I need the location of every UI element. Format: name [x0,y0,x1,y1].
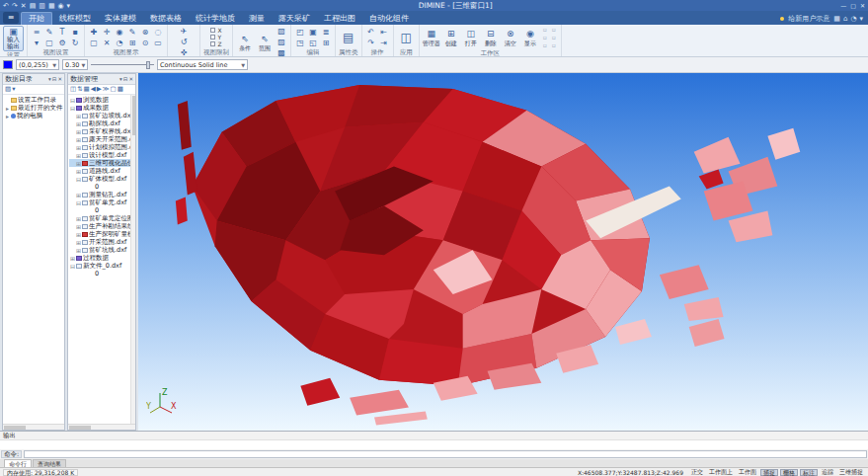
ribbon-icon-button[interactable]: ▢ [88,38,100,48]
status-toggle-工作面上[interactable]: 工作面上 [707,469,735,476]
menu-right-icon[interactable]: ◔ [850,15,856,23]
tree-expand-icon[interactable]: ⊞ [75,113,82,119]
tree-expand-icon[interactable]: ⊞ [75,239,82,246]
data-manager-hscrollbar[interactable] [68,424,135,430]
slider-handle[interactable] [146,61,150,69]
tree-expand-icon[interactable]: ⊞ [75,160,82,167]
ribbon-icon-button[interactable]: ⚙ [56,38,68,48]
line-width-select[interactable]: 0.30 ▼ [62,59,88,70]
ribbon-icon-button[interactable]: ≡ [31,27,42,38]
tree-expand-icon[interactable]: ⊟ [75,199,82,206]
menu-tab-线框模型[interactable]: 线框模型 [52,12,98,25]
ribbon-icon-button[interactable]: ≣ [320,27,332,38]
ribbon-icon-button[interactable]: ▨ [276,37,287,47]
ribbon-icon-button[interactable]: ◰ [294,27,306,38]
tree-expand-icon[interactable]: ⊞ [69,255,76,262]
ribbon-icon-button[interactable]: ↺ [178,37,190,47]
menu-tab-自动化组件[interactable]: 自动化组件 [362,12,416,25]
tree-expand-icon[interactable]: ⊞ [75,215,82,222]
color-select[interactable]: (0,0,255) ▼ [16,59,59,70]
ribbon-icon-button[interactable]: ↷ [365,38,377,48]
panel-header-icon[interactable]: ⊟ [123,76,128,82]
ribbon-icon-button[interactable]: ▪ [69,27,81,38]
menu-tab-统计学地质[interactable]: 统计学地质 [189,12,242,25]
panel-toolbar-icon[interactable]: ▦ [84,85,90,94]
tree-expand-icon[interactable]: ⊟ [75,176,82,183]
ribbon-icon-button[interactable]: ▭ [152,38,164,48]
ribbon-icon-button[interactable]: ✈ [178,26,190,37]
quick-access-icon[interactable]: ↷ [12,1,18,11]
panel-toolbar-icon[interactable]: ⇅ [77,85,82,94]
select-范围-button[interactable]: ⇖范围 [256,34,274,51]
panel-toolbar-icon[interactable]: ▾ [12,85,15,94]
status-toggle-工作面[interactable]: 工作面 [737,469,758,476]
ribbon-icon-button[interactable]: ▧ [276,26,287,37]
ribbon-icon-button[interactable]: ▢ [43,38,55,48]
panel-toolbar-icon[interactable]: ◀ [91,85,96,94]
ribbon-icon-button[interactable]: T [56,27,68,38]
quick-access-icon[interactable]: ▤ [30,1,37,11]
ribbon-icon-button[interactable]: ◉ [114,27,125,38]
tree-item[interactable]: ⊟贫矿单元.dxf [69,198,135,206]
axis-lock-z[interactable]: Z [210,40,221,47]
app-menu-button[interactable]: ≡ [3,12,19,24]
restore-icon[interactable]: ▢ [850,1,856,11]
ribbon-icon-button[interactable]: ⇤ [378,27,390,38]
menu-tab-实体建模[interactable]: 实体建模 [98,12,143,25]
menu-tab-测量[interactable]: 测量 [242,12,272,25]
panel-toolbar-icon[interactable]: ≫ [103,85,110,94]
panel-header-icon[interactable]: ▾ [48,76,51,82]
tree-expand-icon[interactable]: ⊟ [69,97,76,104]
ribbon-icon-button[interactable]: ▤ [339,31,357,44]
status-toggle-三维捕捉[interactable]: 三维捕捉 [837,469,865,476]
menu-tab-开始[interactable]: 开始 [21,12,52,25]
color-chip[interactable] [3,60,13,69]
tree-expand-icon[interactable]: ▸ [4,113,11,119]
menu-tab-数据表格[interactable]: 数据表格 [143,12,189,25]
close-icon[interactable]: ✕ [860,1,865,11]
tree-item[interactable]: ⊟新文件_0.dxf [69,262,135,270]
tree-expand-icon[interactable]: ⊞ [75,168,82,175]
tree-expand-icon[interactable]: ⊞ [75,128,82,135]
line-style-select[interactable]: Continuous Solid line ▼ [157,59,248,70]
ribbon-icon-button[interactable]: ▫ [541,26,549,34]
status-toggle-追踪[interactable]: 追踪 [820,469,835,476]
ribbon-icon-button[interactable]: ✎ [126,27,138,38]
ribbon-icon-button[interactable]: ◔ [114,38,125,48]
tree-item[interactable]: ⊟矿体模型.dxf [69,175,135,183]
ribbon-icon-button[interactable]: ⊗ [139,27,151,38]
select-条件-button[interactable]: ⇖条件 [236,34,254,51]
ribbon-icon-button[interactable]: ✕ [101,38,113,48]
tree-expand-icon[interactable]: ⊟ [69,105,76,112]
quick-access-icon[interactable]: ▦ [48,1,55,11]
ribbon-icon-button[interactable]: ◫ [397,31,416,44]
panel-toolbar-icon[interactable]: ▨ [5,85,11,94]
tree-expand-icon[interactable]: ⊞ [75,223,82,230]
menu-tab-工程出图[interactable]: 工程出图 [317,12,362,25]
menu-right-icon[interactable]: ▦ [833,15,840,23]
workspace-打开-button[interactable]: ◫打开 [462,29,480,46]
ribbon-icon-button[interactable]: ▩ [276,47,287,57]
quick-access-icon[interactable]: ◉ [58,1,64,11]
workspace-清空-button[interactable]: ⊗清空 [502,29,519,46]
panel-header-icon[interactable]: ⊟ [52,76,57,82]
ribbon-icon-button[interactable]: ✎ [43,27,55,38]
tree-expand-icon[interactable]: ⊞ [75,192,82,198]
panel-toolbar-icon[interactable]: ▩ [118,85,123,94]
tree-expand-icon[interactable]: ▸ [4,105,11,112]
data-manager-vscrollbar[interactable] [130,95,135,424]
command-tab-命令行[interactable]: 命令行 [4,459,32,467]
menu-right-icon[interactable]: ⌂ [843,15,847,23]
ribbon-icon-button[interactable]: ◱ [307,38,319,48]
tree-expand-icon[interactable]: ⊟ [69,263,76,270]
ribbon-icon-button[interactable]: ⊞ [126,38,138,48]
tree-item[interactable]: 0 [69,270,135,278]
panel-header-icon[interactable]: ✕ [128,76,133,82]
panel-toolbar-icon[interactable]: ▶ [97,85,102,94]
status-toggle-标注[interactable]: 标注 [800,469,818,476]
orebody-mesh[interactable] [138,73,868,431]
tree-item[interactable]: ▸我的电脑 [4,112,64,119]
axis-lock-x[interactable]: X [210,27,221,34]
ribbon-icon-button[interactable]: ▫ [550,41,558,49]
viewport-3d[interactable]: Z X Y [138,73,868,431]
